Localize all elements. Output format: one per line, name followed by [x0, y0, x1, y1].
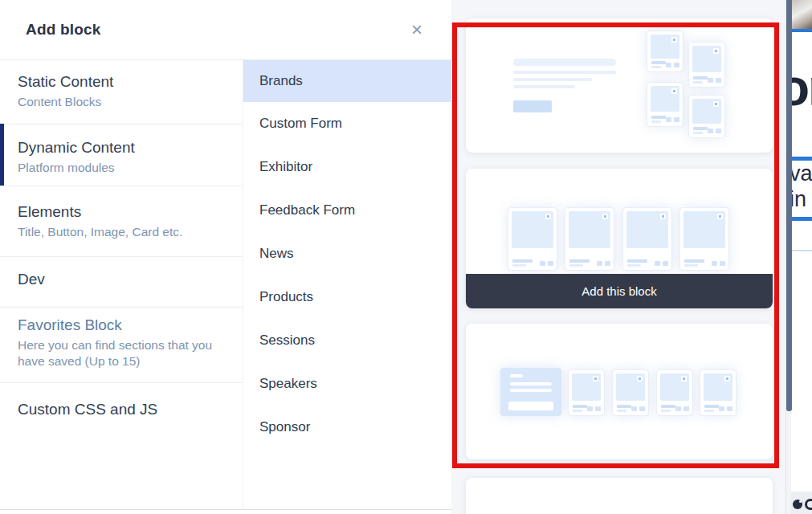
sidebar-item-subtitle: Content Blocks	[18, 94, 223, 110]
block-preview-brands-1[interactable]	[466, 18, 773, 153]
sidebar-item-dev[interactable]: Dev	[0, 257, 243, 308]
background-page-sliver: or va in	[791, 0, 812, 514]
background-photo-fragment	[791, 0, 812, 29]
skeleton-mini-card	[565, 207, 614, 271]
module-item-news[interactable]: News	[243, 232, 451, 275]
module-item-custom-form[interactable]: Custom Form	[243, 102, 451, 145]
skeleton-mini-card	[568, 369, 605, 416]
sidebar-item-favorites-block[interactable]: Favorites BlockHere you can find section…	[0, 308, 243, 383]
skeleton-mini-card	[688, 95, 725, 138]
background-glyph-icon	[805, 499, 812, 510]
module-item-products[interactable]: Products	[243, 275, 451, 319]
skeleton-mini-card	[679, 207, 729, 271]
sidebar-item-elements[interactable]: ElementsTitle, Button, Image, Card etc.	[0, 186, 243, 257]
skeleton-title-line	[513, 59, 616, 66]
skeleton-mini-card	[656, 369, 693, 416]
background-blue-divider	[791, 29, 812, 32]
module-item-brands[interactable]: Brands	[243, 60, 451, 102]
sidebar-item-subtitle: Title, Button, Image, Card etc.	[18, 224, 223, 240]
add-this-block-button[interactable]: Add this block	[466, 274, 773, 308]
module-item-feedback-form[interactable]: Feedback Form	[243, 189, 451, 232]
sidebar-item-static-content[interactable]: Static ContentContent Blocks	[0, 60, 243, 124]
sidebar-item-title: Dynamic Content	[18, 137, 223, 158]
background-blue-divider	[791, 217, 812, 221]
skeleton-mini-card	[688, 42, 725, 88]
skeleton-text-line	[513, 78, 592, 81]
skeleton-mini-card	[700, 369, 737, 416]
skeleton-featured-card	[500, 368, 561, 416]
close-icon[interactable]: ×	[411, 20, 422, 39]
skeleton-mini-card	[647, 82, 683, 127]
sidebar-item-title: Elements	[18, 202, 223, 222]
skeleton-mini-card	[647, 31, 683, 72]
skeleton-mini-card	[622, 207, 672, 271]
sidebar-item-custom-css-and-js[interactable]: Custom CSS and JS	[0, 383, 243, 509]
module-item-sponsor[interactable]: Sponsor	[243, 406, 451, 449]
block-preview-brands-4[interactable]	[466, 478, 773, 514]
modal-title: Add block	[26, 21, 101, 39]
skeleton-text-line	[513, 71, 616, 74]
category-sidebar: Static ContentContent BlocksDynamic Cont…	[0, 60, 243, 510]
background-footer-fragment	[791, 492, 812, 514]
module-item-sessions[interactable]: Sessions	[243, 319, 451, 362]
block-preview-pane: Add this block	[451, 0, 785, 514]
sidebar-item-title: Dev	[18, 269, 223, 290]
module-item-exhibitor[interactable]: Exhibitor	[243, 145, 451, 189]
sidebar-item-subtitle: Here you can find sections that you have…	[18, 337, 223, 369]
sidebar-item-subtitle: Platform modules	[18, 160, 223, 176]
skeleton-text-line	[513, 85, 575, 88]
scrollbar-thumb[interactable]	[786, 0, 792, 411]
background-glyph-icon	[793, 500, 802, 509]
block-preview-brands-3[interactable]	[466, 324, 773, 459]
sidebar-item-title: Static Content	[18, 71, 223, 92]
sidebar-item-title: Favorites Block	[18, 315, 223, 336]
background-blue-divider	[791, 157, 812, 161]
add-block-modal: { "header": { "title": "Add block", "clo…	[0, 0, 812, 514]
skeleton-button	[513, 100, 552, 112]
background-thin-divider	[791, 250, 812, 251]
module-item-speakers[interactable]: Speakers	[243, 362, 451, 406]
modal-header: Add block ×	[0, 0, 451, 60]
skeleton-mini-card	[508, 207, 557, 271]
background-heading-fragment: or	[791, 58, 812, 117]
scrollbar-track[interactable]	[785, 0, 791, 514]
module-list: BrandsCustom FormExhibitorFeedback FormN…	[243, 60, 451, 510]
sidebar-item-title: Custom CSS and JS	[18, 399, 223, 420]
skeleton-mini-card	[612, 369, 649, 416]
background-text-fragment: va	[791, 161, 812, 186]
sidebar-item-dynamic-content[interactable]: Dynamic ContentPlatform modules	[0, 124, 243, 186]
background-text-fragment: in	[791, 187, 806, 212]
block-preview-brands-2[interactable]: Add this block	[466, 169, 773, 308]
